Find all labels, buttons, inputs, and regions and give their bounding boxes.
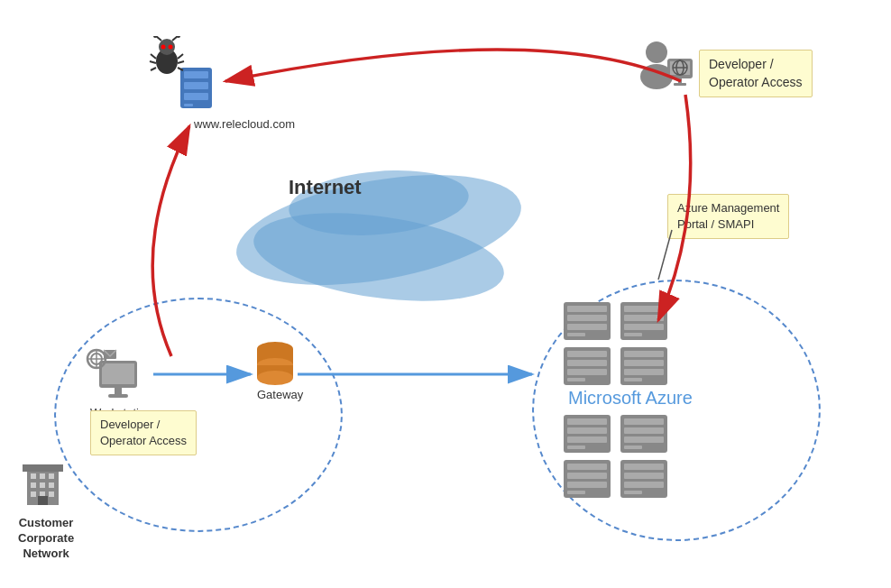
svg-rect-85 — [567, 464, 607, 470]
svg-rect-56 — [567, 315, 607, 321]
svg-line-39 — [151, 54, 156, 59]
svg-rect-3 — [40, 473, 45, 479]
svg-rect-6 — [40, 482, 45, 488]
svg-rect-68 — [567, 378, 585, 381]
svg-rect-28 — [184, 82, 208, 89]
svg-rect-70 — [624, 351, 664, 357]
svg-point-45 — [646, 41, 667, 63]
svg-point-38 — [169, 45, 173, 50]
svg-rect-13 — [102, 363, 134, 384]
svg-line-40 — [150, 61, 156, 63]
svg-rect-87 — [567, 482, 607, 488]
svg-rect-80 — [624, 418, 664, 425]
svg-rect-15 — [108, 394, 128, 398]
svg-rect-55 — [567, 306, 607, 312]
svg-line-33 — [156, 36, 161, 41]
server-racks — [559, 298, 676, 505]
svg-line-42 — [178, 54, 183, 59]
svg-rect-81 — [624, 427, 664, 434]
svg-point-25 — [257, 371, 293, 385]
svg-rect-73 — [624, 378, 642, 381]
svg-rect-8 — [31, 492, 36, 497]
diagram-container: Internet Microsoft Azure Customer Corpor… — [0, 0, 891, 588]
svg-rect-66 — [567, 360, 607, 366]
svg-rect-72 — [624, 369, 664, 375]
svg-rect-83 — [624, 446, 642, 449]
svg-rect-30 — [184, 104, 193, 106]
building-icon — [23, 460, 63, 510]
svg-rect-63 — [624, 333, 642, 336]
dev-operator-icon-top — [631, 36, 694, 99]
svg-rect-60 — [624, 306, 664, 312]
svg-rect-29 — [184, 93, 208, 100]
svg-rect-92 — [624, 482, 664, 488]
svg-rect-61 — [624, 315, 664, 321]
svg-point-36 — [177, 36, 180, 38]
svg-rect-93 — [624, 491, 642, 494]
gateway-label: Gateway — [257, 388, 303, 401]
svg-rect-52 — [678, 78, 682, 83]
svg-rect-82 — [624, 436, 664, 443]
dev-operator-box-bottom: Developer / Operator Access — [90, 410, 197, 455]
svg-rect-1 — [23, 464, 63, 472]
svg-rect-91 — [624, 473, 664, 479]
svg-line-41 — [151, 68, 156, 70]
svg-rect-10 — [49, 492, 54, 497]
svg-rect-65 — [567, 351, 607, 357]
svg-rect-88 — [567, 491, 585, 494]
azure-mgmt-box: Azure Management Portal / SMAPI — [667, 194, 789, 239]
webserver-label: www.relecloud.com — [194, 117, 295, 131]
svg-rect-14 — [115, 388, 122, 395]
svg-rect-7 — [49, 482, 54, 488]
svg-rect-75 — [567, 418, 607, 425]
dev-operator-label-top: Developer / Operator Access — [699, 50, 813, 97]
svg-rect-57 — [567, 324, 607, 330]
gateway-icon — [253, 338, 298, 388]
hacker-icon — [149, 36, 185, 77]
corp-network-label: Customer Corporate Network — [18, 516, 74, 562]
svg-line-44 — [178, 68, 183, 70]
svg-rect-62 — [624, 324, 664, 330]
svg-rect-58 — [567, 333, 585, 336]
svg-rect-90 — [624, 464, 664, 470]
svg-rect-53 — [674, 83, 686, 86]
svg-rect-5 — [31, 482, 36, 488]
svg-rect-2 — [31, 473, 36, 479]
svg-rect-11 — [38, 496, 48, 505]
svg-rect-77 — [567, 436, 607, 443]
internet-label: Internet — [289, 176, 362, 199]
svg-rect-27 — [184, 71, 208, 78]
svg-rect-67 — [567, 369, 607, 375]
workstation-icon — [86, 343, 149, 401]
svg-point-37 — [161, 45, 166, 50]
svg-line-43 — [178, 61, 184, 63]
svg-rect-4 — [49, 473, 54, 479]
svg-rect-78 — [567, 446, 585, 449]
svg-rect-71 — [624, 360, 664, 366]
svg-point-34 — [153, 36, 157, 38]
svg-rect-76 — [567, 427, 607, 434]
svg-rect-86 — [567, 473, 607, 479]
svg-line-35 — [172, 36, 178, 41]
